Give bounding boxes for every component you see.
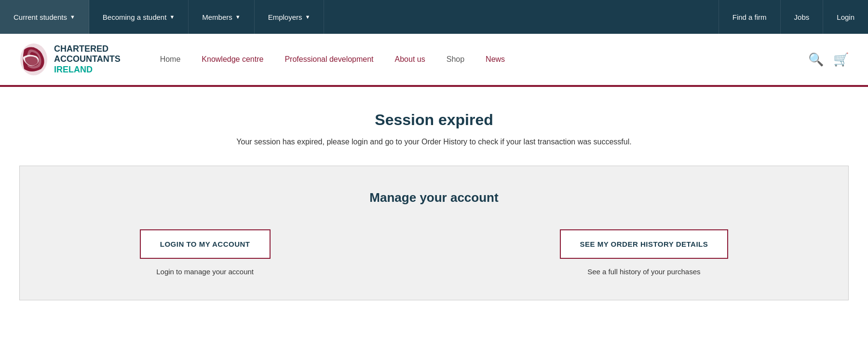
cart-icon[interactable]: 🛒 (833, 52, 849, 67)
main-content: Session expired Your session has expired… (0, 87, 868, 320)
account-section-title: Manage your account (39, 190, 829, 205)
page-title: Session expired (10, 111, 858, 129)
nav-about-us[interactable]: About us (384, 55, 436, 64)
main-nav: Home Knowledge centre Professional devel… (149, 55, 799, 64)
top-nav-employers[interactable]: Employers ▼ (255, 0, 325, 34)
header-icons: 🔍 🛒 (808, 52, 849, 67)
login-action: LOGIN TO MY ACCOUNT Login to manage your… (140, 229, 271, 276)
top-nav-current-students[interactable]: Current students ▼ (0, 0, 89, 34)
top-nav-becoming-student[interactable]: Becoming a student ▼ (89, 0, 189, 34)
top-nav-find-firm[interactable]: Find a firm (719, 0, 780, 34)
order-history-description: See a full history of your purchases (587, 268, 700, 276)
top-nav-right: Find a firm Jobs Login (719, 0, 868, 34)
search-icon[interactable]: 🔍 (808, 52, 824, 67)
order-history-button[interactable]: SEE MY ORDER HISTORY DETAILS (560, 229, 729, 259)
chevron-down-icon: ▼ (235, 14, 241, 20)
nav-shop[interactable]: Shop (436, 55, 475, 64)
nav-news[interactable]: News (475, 55, 515, 64)
order-history-action: SEE MY ORDER HISTORY DETAILS See a full … (560, 229, 729, 276)
login-description: Login to manage your account (156, 268, 254, 276)
chevron-down-icon: ▼ (70, 14, 75, 20)
chevron-down-icon: ▼ (305, 14, 311, 20)
account-actions: LOGIN TO MY ACCOUNT Login to manage your… (39, 229, 829, 276)
nav-knowledge-centre[interactable]: Knowledge centre (191, 55, 274, 64)
logo-link[interactable]: CHARTERED ACCOUNTANTS IRELAND (19, 42, 121, 76)
nav-home[interactable]: Home (149, 55, 191, 64)
top-nav-members[interactable]: Members ▼ (189, 0, 254, 34)
session-description: Your session has expired, please login a… (10, 138, 858, 146)
login-button[interactable]: LOGIN TO MY ACCOUNT (140, 229, 271, 259)
chevron-down-icon: ▼ (169, 14, 175, 20)
logo-icon (19, 42, 48, 76)
account-box: Manage your account LOGIN TO MY ACCOUNT … (19, 166, 849, 300)
top-nav: Current students ▼ Becoming a student ▼ … (0, 0, 868, 34)
top-nav-jobs[interactable]: Jobs (780, 0, 823, 34)
top-nav-login[interactable]: Login (823, 0, 868, 34)
logo-text: CHARTERED ACCOUNTANTS IRELAND (54, 44, 121, 75)
main-header: CHARTERED ACCOUNTANTS IRELAND Home Knowl… (0, 34, 868, 87)
nav-professional-development[interactable]: Professional development (274, 55, 384, 64)
